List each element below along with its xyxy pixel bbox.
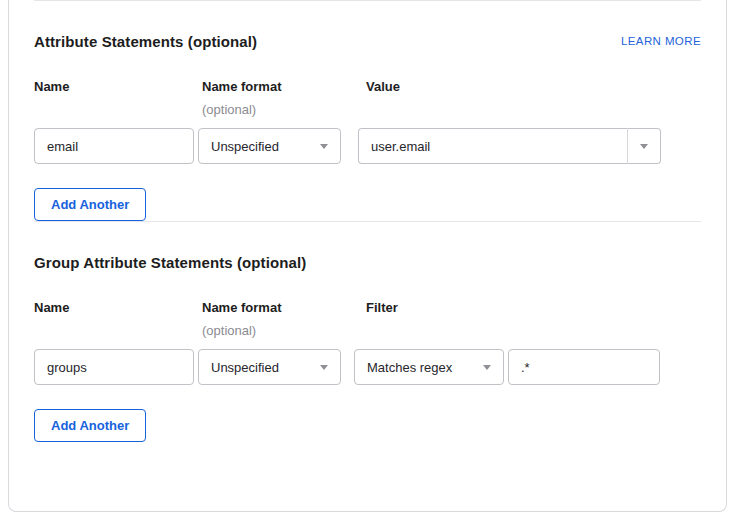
attribute-statement-row: Unspecified — [34, 128, 701, 164]
section-divider — [34, 221, 701, 222]
group-attribute-statements-title: Group Attribute Statements (optional) — [34, 254, 306, 271]
section-divider — [34, 0, 701, 1]
column-label-filter: Filter — [366, 300, 701, 316]
group-name-format-selected-value: Unspecified — [211, 360, 279, 375]
name-format-optional-note: (optional) — [202, 323, 366, 339]
attribute-value-group — [358, 128, 661, 164]
saml-settings-card: Attribute Statements (optional) LEARN MO… — [8, 0, 727, 512]
attribute-add-another-button[interactable]: Add Another — [34, 188, 146, 221]
group-name-format-select[interactable]: Unspecified — [198, 349, 341, 385]
attribute-statements-column-labels: Name Name format Value (optional) — [34, 79, 701, 118]
group-filter-type-selected-value: Matches regex — [367, 360, 452, 375]
attribute-value-options-button[interactable] — [628, 128, 661, 164]
attribute-name-input[interactable] — [34, 128, 194, 164]
group-attribute-statements-column-labels: Name Name format Filter (optional) — [34, 300, 701, 339]
chevron-down-icon — [320, 144, 328, 149]
group-attribute-statements-header: Group Attribute Statements (optional) — [34, 252, 701, 272]
attribute-name-format-select[interactable]: Unspecified — [198, 128, 341, 164]
group-attribute-statement-row: Unspecified Matches regex — [34, 349, 701, 385]
column-label-name-format: Name format — [202, 79, 366, 95]
name-format-optional-note: (optional) — [202, 102, 366, 118]
group-filter-type-select[interactable]: Matches regex — [354, 349, 504, 385]
learn-more-link[interactable]: LEARN MORE — [621, 35, 701, 47]
chevron-down-icon — [483, 365, 491, 370]
group-name-input[interactable] — [34, 349, 194, 385]
attribute-statements-title: Attribute Statements (optional) — [34, 33, 257, 50]
group-filter-value-input[interactable] — [508, 349, 660, 385]
column-label-name: Name — [34, 79, 202, 95]
attribute-name-format-selected-value: Unspecified — [211, 139, 279, 154]
chevron-down-icon — [640, 144, 648, 149]
attribute-statements-header: Attribute Statements (optional) LEARN MO… — [34, 31, 701, 51]
column-label-value: Value — [366, 79, 701, 95]
column-label-name: Name — [34, 300, 202, 316]
attribute-value-input[interactable] — [358, 128, 628, 164]
column-label-name-format: Name format — [202, 300, 366, 316]
group-add-another-button[interactable]: Add Another — [34, 409, 146, 442]
chevron-down-icon — [320, 365, 328, 370]
